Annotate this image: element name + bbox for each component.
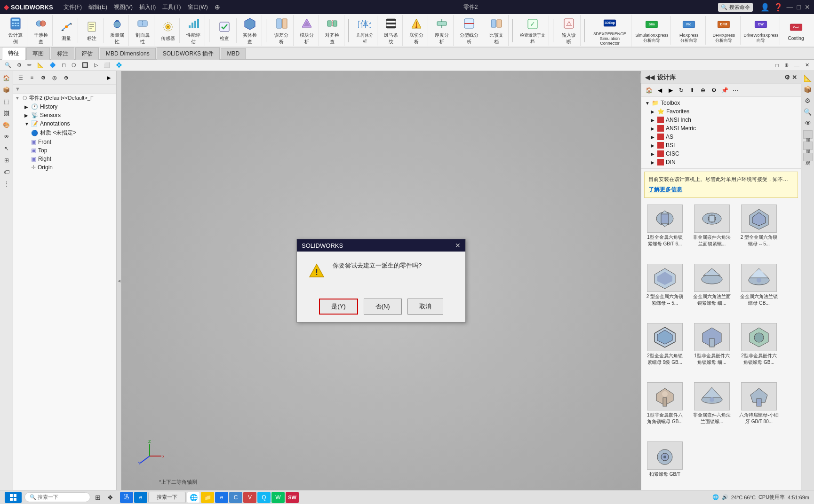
part-item-4[interactable]: 2 型全金属六角锁紧螺母 -- 5... [643, 262, 686, 317]
lib-tree-din[interactable]: ▶ DIN [641, 158, 801, 166]
dialog-close-button[interactable]: ✕ [455, 242, 461, 249]
vtab-label-1[interactable]: 属 [803, 130, 813, 139]
tab-annotation[interactable]: 标注 [51, 47, 74, 60]
tab-mbd-dimensions[interactable]: MBD Dimensions [100, 48, 156, 59]
toolbar-performance[interactable]: 性能评估 [182, 15, 205, 46]
right-tool-up[interactable]: ⬆ [687, 86, 697, 95]
taskbar-search[interactable]: 🔍 搜索一下 [24, 492, 90, 502]
minimize-button[interactable]: — [787, 3, 793, 11]
tray-volume[interactable]: 🔊 [722, 494, 728, 500]
taskbar-windows[interactable]: ❖ [105, 493, 115, 502]
left-icon-layers[interactable]: ⬚ [1, 96, 12, 107]
taskbar-sw[interactable]: SW [286, 492, 299, 503]
tree-icon-arrow-right[interactable]: ▶ [104, 73, 113, 82]
tab-mbd[interactable]: MBD [221, 48, 246, 59]
taskbar-search-app[interactable]: 搜索一下 [148, 492, 186, 503]
toolbar-3dexperience[interactable]: 3DExp 3DEXPERIENCESimulation Connector [589, 15, 631, 47]
sec-tool-11[interactable]: 💠 [114, 61, 124, 69]
tab-feature[interactable]: 特征 [2, 47, 25, 60]
taskbar-c[interactable]: C [229, 492, 242, 503]
sec-tool-3[interactable]: ✏ [25, 61, 33, 69]
tree-item-front[interactable]: ▣ Front [13, 138, 116, 146]
right-panel-collapse[interactable]: ◀◀ [645, 74, 654, 81]
toolbar-parting[interactable]: 分型线分析 [455, 15, 483, 46]
toolbar-mass[interactable]: 质量属性 [105, 15, 129, 46]
vtab-icon-4[interactable]: 🔍 [803, 107, 813, 117]
tab-solidworks-addon[interactable]: SOLIDWORKS 插件 [157, 47, 220, 60]
toolbar-align[interactable]: 对齐检查 [321, 15, 344, 46]
menu-file[interactable]: 文件(F) [61, 2, 85, 12]
lib-tree-bsi[interactable]: ▶ BSI [641, 141, 801, 150]
tree-item-sensors[interactable]: ▶ 📡 Sensors [13, 111, 116, 119]
part-item-2[interactable]: 非金属嵌件六角法兰面锁紧螺... [690, 203, 734, 258]
lib-tree-toolbox[interactable]: ▼ 📁 Toolbox [641, 99, 801, 107]
tree-item-history[interactable]: ▶ 🕐 History [13, 102, 116, 111]
taskbar-task-view[interactable]: ⊞ [93, 493, 103, 502]
part-item-12[interactable]: 六角特扁螺母-小细牙 GB/T 80... [737, 380, 781, 436]
taskbar-ie[interactable]: e [215, 492, 228, 503]
right-tool-home[interactable]: 🏠 [644, 86, 654, 95]
lib-tree-cisc[interactable]: ▶ CISC [641, 150, 801, 158]
dialog-cancel-button[interactable]: 取消 [407, 299, 443, 315]
sec-tool-6[interactable]: ◻ [60, 61, 68, 69]
tree-icon-config[interactable]: ⚙ [39, 73, 48, 82]
taskbar-start[interactable] [5, 492, 22, 503]
taskbar-chrome[interactable]: 🌐 [187, 492, 200, 503]
viewport[interactable]: Y X Z *上下二等角轴测 □ ⊕ — ✕ SOLIDWORKS ✕ [121, 71, 641, 490]
right-tool-more[interactable]: ⋯ [731, 86, 740, 95]
right-tool-back[interactable]: ◀ [655, 86, 664, 95]
toolbox-notice-link[interactable]: 了解更多信息 [648, 186, 794, 194]
right-tool-forward[interactable]: ▶ [666, 86, 675, 95]
toolbar-draft[interactable]: 底切分析 [405, 15, 428, 46]
right-tool-refresh[interactable]: ↻ [677, 86, 686, 95]
part-item-9[interactable]: 2型非金属嵌件六角锁螺母 GB... [737, 321, 781, 377]
tree-item-annotations[interactable]: ▼ 📝 Annotations [13, 119, 116, 128]
toolbar-activate[interactable]: ✓ 检查激活于文档 [516, 16, 549, 46]
left-icon-box[interactable]: 📦 [1, 85, 12, 95]
right-tool-add[interactable]: ⊕ [698, 86, 708, 95]
toolbar-sensor[interactable]: 传感器 [156, 18, 180, 43]
toolbar-thickness[interactable]: 厚度分析 [430, 15, 454, 46]
lib-tree-as[interactable]: ▶ AS [641, 133, 801, 141]
right-tool-pin[interactable]: 📌 [720, 86, 729, 95]
toolbar-mold[interactable]: 模块分析 [295, 15, 319, 46]
right-panel-settings[interactable]: ⚙ [784, 74, 790, 81]
vtab-label-3[interactable]: 观 [803, 153, 813, 161]
part-item-13[interactable]: 扣紧螺母 GB/T [643, 440, 686, 488]
tree-item-origin[interactable]: ✛ Origin [13, 163, 116, 172]
tab-drawing[interactable]: 草图 [26, 47, 50, 60]
tree-icon-props[interactable]: ≡ [27, 73, 37, 82]
sec-tool-9[interactable]: ▷ [92, 61, 100, 69]
viewport-control-2[interactable]: ⊕ [782, 61, 790, 69]
left-icon-snap[interactable]: ⊞ [1, 155, 12, 165]
help-icon[interactable]: ❓ [774, 3, 783, 12]
tree-item-right[interactable]: ▣ Right [13, 155, 116, 163]
toolbar-diff-analysis[interactable]: 误差分析 [270, 15, 294, 46]
toolbar-zebra[interactable]: 斑马条纹 [379, 15, 403, 46]
dialog-no-button[interactable]: 否(N) [364, 299, 402, 315]
lib-tree-ansi-inch[interactable]: ▶ ANSI Inch [641, 116, 801, 124]
toolbar-check[interactable]: 检查 [213, 18, 237, 43]
taskbar-edge[interactable]: e [134, 492, 147, 503]
sec-tool-5[interactable]: 🔷 [48, 61, 58, 69]
lib-tree-ansi-metric[interactable]: ▶ ANSI Metric [641, 124, 801, 133]
left-icon-display[interactable]: 👁 [1, 132, 12, 142]
right-panel-close[interactable]: ✕ [792, 74, 797, 81]
taskbar-folder[interactable]: 📁 [201, 492, 214, 503]
menu-view[interactable]: 视图(V) [111, 2, 136, 12]
search-box[interactable]: 🔍 搜索命令 [718, 3, 752, 12]
viewport-close[interactable]: ✕ [803, 61, 811, 69]
lib-tree-favorites[interactable]: ▶ ⭐ Favorites [641, 107, 801, 116]
vtab-icon-5[interactable]: 👁 [803, 118, 813, 128]
taskbar-qq[interactable]: Q [257, 492, 271, 503]
left-icon-select[interactable]: ↖ [1, 143, 12, 154]
menu-window[interactable]: 窗口(W) [185, 2, 211, 12]
toolbar-solid[interactable]: 实体检查 [239, 15, 262, 46]
part-item-10[interactable]: 1型非金属嵌件六角角锁螺母 GB... [643, 380, 686, 436]
toolbar-design-calc[interactable]: 设计算例 [4, 15, 27, 46]
left-icon-image[interactable]: 🖼 [1, 108, 12, 118]
tree-icon-plus[interactable]: ⊕ [61, 73, 71, 82]
sec-tool-4[interactable]: 📐 [35, 61, 46, 69]
toolbar-geo[interactable]: 几何体分析 几何体分析 [352, 16, 378, 46]
part-item-7[interactable]: 2型全金属六角锁紧螺母 9级 GB... [643, 321, 686, 377]
